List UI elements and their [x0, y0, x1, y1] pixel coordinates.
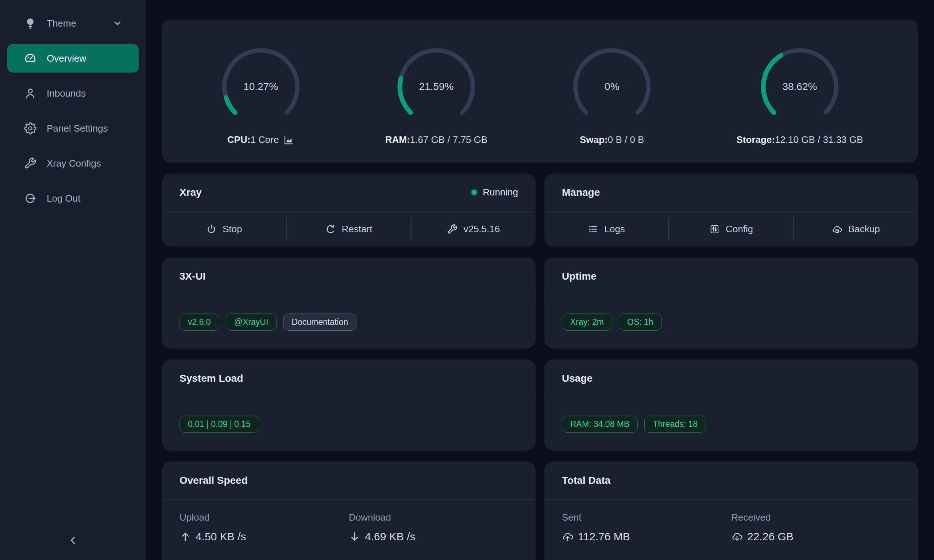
sidebar-item-inbounds[interactable]: Inbounds — [7, 82, 139, 105]
logs-button[interactable]: Logs — [544, 211, 668, 246]
card-title: Uptime — [562, 271, 596, 282]
system-load-tags: 0.01 | 0.09 | 0.15 — [162, 397, 536, 451]
sidebar-item-overview[interactable]: Overview — [7, 44, 139, 72]
wrench-icon — [447, 224, 458, 234]
received-value: 22.26 GB — [731, 531, 900, 543]
logout-icon — [24, 192, 37, 205]
cpu-percent: 10.27% — [217, 43, 305, 131]
status-text: Running — [483, 187, 518, 198]
sent-value: 112.76 MB — [562, 531, 731, 543]
sliders-icon — [709, 224, 720, 234]
sidebar-item-label: Xray Configs — [47, 158, 101, 169]
gauge-ring: 21.59% — [393, 43, 480, 131]
usage-tags: RAM: 34.08 MB Threads: 18 — [544, 397, 918, 451]
xui-tags: v2.6.0 @XrayUI Documentation — [162, 295, 536, 349]
storage-label: Storage: 12.10 GB / 31.33 GB — [737, 134, 863, 145]
power-icon — [206, 224, 217, 234]
upload-value: 4.50 KB /s — [179, 531, 349, 543]
gauge-storage: 38.62% Storage: 12.10 GB / 31.33 GB — [737, 43, 863, 145]
data-metrics: Sent 112.76 MB Received — [544, 500, 918, 543]
total-data-card-header: Total Data — [544, 462, 918, 500]
restart-button[interactable]: Restart — [287, 211, 411, 246]
arrow-down-icon — [349, 531, 361, 543]
card-title: Total Data — [562, 475, 610, 486]
speed-metrics: Upload 4.50 KB /s Download 4.69 K — [162, 500, 536, 543]
system-load-card-header: System Load — [162, 360, 536, 397]
sidebar-collapse-button[interactable] — [0, 529, 146, 551]
main-content: 10.27% CPU: 1 Core 21.59% RAM: 1.67 GB /… — [146, 0, 934, 560]
total-data-card: Total Data Sent 112.76 MB Received — [544, 462, 918, 560]
sidebar-item-panel-settings[interactable]: Panel Settings — [7, 117, 139, 140]
ram-percent: 21.59% — [393, 43, 480, 131]
uptime-tags: Xray: 2m OS: 1h — [544, 295, 918, 349]
version-tag[interactable]: v2.6.0 — [179, 314, 219, 331]
sidebar-item-xray-configs[interactable]: Xray Configs — [7, 152, 139, 175]
arrow-up-icon — [179, 531, 191, 543]
sidebar-item-theme[interactable]: Theme — [7, 12, 139, 35]
gear-icon — [24, 122, 37, 135]
overall-speed-card-header: Overall Speed — [162, 462, 536, 500]
xray-uptime-tag: Xray: 2m — [562, 314, 612, 331]
upload-label: Upload — [179, 512, 349, 523]
xray-card-header: Xray Running — [162, 174, 536, 211]
wrench-icon — [24, 157, 37, 169]
upload-metric: Upload 4.50 KB /s — [179, 512, 349, 543]
card-title: System Load — [179, 372, 243, 384]
chevron-down-icon — [113, 18, 122, 28]
config-button[interactable]: Config — [669, 211, 793, 246]
sidebar-item-label: Inbounds — [47, 88, 86, 99]
list-icon — [588, 224, 598, 234]
xray-card: Xray Running Stop — [162, 174, 536, 246]
sidebar-item-label: Theme — [47, 18, 76, 29]
swap-label: Swap: 0 B / 0 B — [580, 134, 644, 145]
card-title: Manage — [562, 187, 600, 198]
chevron-left-icon — [68, 535, 79, 546]
sent-metric: Sent 112.76 MB — [562, 512, 731, 543]
gauge-ram: 21.59% RAM: 1.67 GB / 7.75 GB — [385, 43, 487, 145]
stop-button[interactable]: Stop — [162, 211, 286, 246]
lightbulb-icon — [24, 17, 37, 29]
download-label: Download — [349, 512, 518, 523]
status-dot — [472, 189, 477, 195]
xray-status-badge: Running — [472, 187, 518, 198]
restart-icon — [325, 224, 336, 234]
system-load-card: System Load 0.01 | 0.09 | 0.15 — [162, 360, 536, 451]
card-title: Overall Speed — [179, 475, 248, 486]
sidebar-item-logout[interactable]: Log Out — [7, 187, 139, 210]
sidebar: Theme Overview Inbounds Panel Settings — [0, 0, 146, 560]
received-metric: Received 22.26 GB — [731, 512, 900, 543]
os-uptime-tag: OS: 1h — [619, 314, 662, 331]
overall-speed-card: Overall Speed Upload 4.50 KB /s Download — [162, 462, 536, 560]
gauge-cpu: 10.27% CPU: 1 Core — [217, 43, 305, 145]
system-stats-card: 10.27% CPU: 1 Core 21.59% RAM: 1.67 GB /… — [162, 20, 918, 163]
uptime-card-header: Uptime — [544, 257, 918, 295]
gauge-ring: 0% — [568, 43, 656, 131]
xray-version-button[interactable]: v25.5.16 — [412, 211, 536, 246]
uptime-card: Uptime Xray: 2m OS: 1h — [544, 257, 918, 349]
download-value: 4.69 KB /s — [349, 531, 518, 543]
sent-label: Sent — [562, 512, 731, 523]
usage-card-header: Usage — [544, 360, 918, 397]
received-label: Received — [731, 512, 900, 523]
cloud-download-icon — [731, 531, 743, 543]
documentation-tag[interactable]: Documentation — [283, 314, 356, 331]
card-title: 3X-UI — [179, 271, 206, 282]
manage-card: Manage Logs Config — [544, 174, 918, 246]
manage-card-header: Manage — [544, 174, 918, 211]
user-icon — [24, 87, 37, 100]
ram-usage-tag: RAM: 34.08 MB — [562, 415, 638, 433]
telegram-tag[interactable]: @XrayUI — [226, 314, 277, 331]
gauge-swap: 0% Swap: 0 B / 0 B — [568, 43, 656, 145]
xui-card: 3X-UI v2.6.0 @XrayUI Documentation — [162, 257, 536, 349]
backup-button[interactable]: Backup — [794, 211, 918, 246]
gauge-ring: 38.62% — [756, 43, 843, 131]
area-chart-icon[interactable] — [283, 135, 294, 145]
ram-label: RAM: 1.67 GB / 7.75 GB — [385, 134, 487, 145]
manage-actions: Logs Config — [544, 211, 918, 246]
cloud-upload-icon — [562, 531, 573, 543]
gauge-ring: 10.27% — [217, 43, 305, 131]
cpu-label: CPU: 1 Core — [227, 134, 294, 145]
load-average-tag: 0.01 | 0.09 | 0.15 — [179, 415, 259, 433]
card-title: Xray — [179, 187, 202, 198]
threads-tag: Threads: 18 — [644, 415, 706, 433]
